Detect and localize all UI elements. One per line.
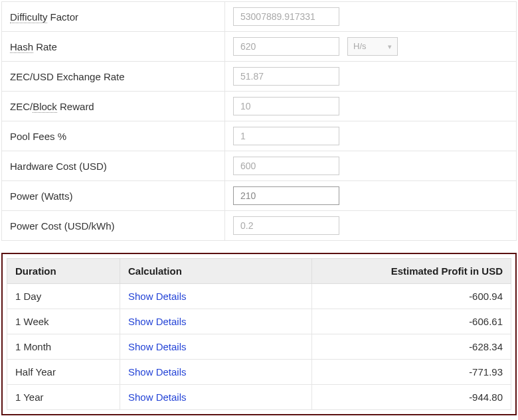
- form-input[interactable]: [233, 186, 339, 205]
- calculator-form: Difficulty FactorHash RateH/sZEC/USD Exc…: [1, 1, 517, 241]
- form-input[interactable]: [233, 216, 339, 235]
- form-label: Hash Rate: [2, 32, 225, 62]
- table-row: 1 WeekShow Details-606.61: [7, 309, 511, 334]
- form-input-cell: [225, 151, 517, 181]
- form-row: Power (Watts): [2, 181, 517, 211]
- header-profit: Estimated Profit in USD: [312, 259, 511, 284]
- cell-duration: 1 Day: [7, 284, 120, 309]
- table-row: 1 DayShow Details-600.94: [7, 284, 511, 309]
- form-row: ZEC/USD Exchange Rate: [2, 62, 517, 92]
- form-label: ZEC/Block Reward: [2, 92, 225, 121]
- show-details-link[interactable]: Show Details: [128, 366, 187, 378]
- cell-calculation: Show Details: [120, 360, 312, 385]
- show-details-link[interactable]: Show Details: [128, 291, 187, 302]
- header-calculation: Calculation: [120, 259, 312, 284]
- form-input[interactable]: [233, 37, 339, 56]
- form-label: Power Cost (USD/kWh): [2, 211, 225, 241]
- show-details-link[interactable]: Show Details: [128, 391, 187, 403]
- cell-duration: 1 Year: [7, 385, 120, 410]
- form-row: Hash RateH/s: [2, 32, 517, 62]
- form-input[interactable]: [233, 157, 339, 175]
- form-label: Power (Watts): [2, 181, 225, 211]
- form-label: Hardware Cost (USD): [2, 151, 225, 181]
- header-duration: Duration: [7, 259, 120, 284]
- form-input-cell: [225, 181, 517, 211]
- cell-profit: -606.61: [312, 309, 511, 334]
- form-input-cell: [225, 2, 517, 32]
- show-details-link[interactable]: Show Details: [128, 316, 187, 327]
- form-input-cell: [225, 121, 517, 151]
- form-input-cell: H/s: [225, 32, 517, 62]
- cell-duration: 1 Week: [7, 309, 120, 334]
- form-input-cell: [225, 62, 517, 92]
- show-details-link[interactable]: Show Details: [128, 341, 187, 352]
- form-row: Difficulty Factor: [2, 2, 517, 32]
- results-table: Duration Calculation Estimated Profit in…: [7, 258, 511, 410]
- form-row: Hardware Cost (USD): [2, 151, 517, 181]
- cell-profit: -600.94: [312, 284, 511, 309]
- form-row: ZEC/Block Reward: [2, 92, 517, 121]
- cell-calculation: Show Details: [120, 334, 312, 360]
- cell-calculation: Show Details: [120, 284, 312, 309]
- form-label: ZEC/USD Exchange Rate: [2, 62, 225, 92]
- table-row: 1 MonthShow Details-628.34: [7, 334, 511, 360]
- table-row: Half YearShow Details-771.93: [7, 360, 511, 385]
- table-row: 1 YearShow Details-944.80: [7, 385, 511, 410]
- cell-calculation: Show Details: [120, 309, 312, 334]
- cell-profit: -944.80: [312, 385, 511, 410]
- cell-duration: 1 Month: [7, 334, 120, 360]
- form-input[interactable]: [233, 7, 339, 26]
- cell-profit: -628.34: [312, 334, 511, 360]
- cell-profit: -771.93: [312, 360, 511, 385]
- form-label: Pool Fees %: [2, 121, 225, 151]
- unit-select[interactable]: H/s: [347, 37, 398, 56]
- form-input[interactable]: [233, 97, 339, 115]
- results-panel: Duration Calculation Estimated Profit in…: [1, 253, 517, 415]
- form-label: Difficulty Factor: [2, 2, 225, 32]
- form-input[interactable]: [233, 127, 339, 145]
- cell-calculation: Show Details: [120, 385, 312, 410]
- form-row: Pool Fees %: [2, 121, 517, 151]
- form-input-cell: [225, 92, 517, 121]
- cell-duration: Half Year: [7, 360, 120, 385]
- form-row: Power Cost (USD/kWh): [2, 211, 517, 241]
- form-input-cell: [225, 211, 517, 241]
- form-input[interactable]: [233, 67, 339, 86]
